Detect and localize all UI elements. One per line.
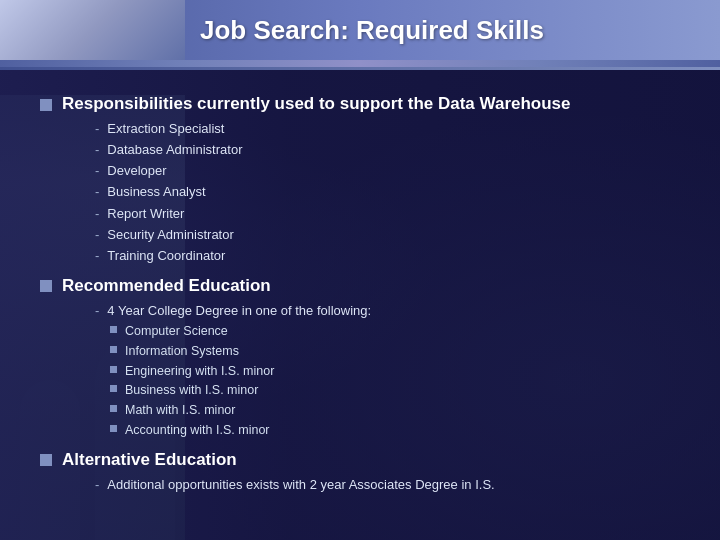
dash-icon: - [95,182,99,202]
alternative-heading: Alternative Education [62,450,237,470]
dash-icon: - [95,475,99,495]
resp-item-2: Database Administrator [107,140,242,160]
dash-icon: - [95,204,99,224]
slide: Job Search: Required Skills Responsibili… [0,0,720,540]
sub-item: Accounting with I.S. minor [110,421,690,440]
recommended-intro-container: - 4 Year College Degree in one of the fo… [40,301,690,321]
resp-item-1: Extraction Specialist [107,119,224,139]
recommended-heading: Recommended Education [62,276,271,296]
resp-item-5: Report Writer [107,204,184,224]
separator-line-1 [0,60,720,67]
list-item: - Developer [95,161,690,181]
resp-item-7: Training Coordinator [107,246,225,266]
edu-item-4: Business with I.S. minor [125,381,258,400]
dash-icon: - [95,119,99,139]
bullet-square-1 [40,99,52,111]
bullet-square-2 [40,280,52,292]
responsibilities-section-header: Responsibilities currently used to suppo… [40,94,690,114]
list-item: - Database Administrator [95,140,690,160]
alternative-list: - Additional opportunities exists with 2… [40,475,690,495]
recommended-intro: 4 Year College Degree in one of the foll… [107,301,371,321]
list-item: - Business Analyst [95,182,690,202]
edu-item-5: Math with I.S. minor [125,401,235,420]
sub-item: Engineering with I.S. minor [110,362,690,381]
edu-item-6: Accounting with I.S. minor [125,421,270,440]
resp-item-3: Developer [107,161,166,181]
dash-icon: - [95,301,99,321]
alt-item-1: Additional opportunities exists with 2 y… [107,475,494,495]
alternative-section-header: Alternative Education [40,450,690,470]
dash-icon: - [95,246,99,266]
sub-item: Math with I.S. minor [110,401,690,420]
dash-icon: - [95,140,99,160]
responsibilities-list: - Extraction Specialist - Database Admin… [40,119,690,266]
list-item: - Security Administrator [95,225,690,245]
sub-bullet-icon [110,425,117,432]
sub-item: Information Systems [110,342,690,361]
sub-item: Business with I.S. minor [110,381,690,400]
edu-item-3: Engineering with I.S. minor [125,362,274,381]
list-item: - Extraction Specialist [95,119,690,139]
sub-bullet-icon [110,385,117,392]
resp-item-4: Business Analyst [107,182,205,202]
dash-icon: - [95,225,99,245]
recommended-intro-item: - 4 Year College Degree in one of the fo… [95,301,690,321]
sub-bullet-icon [110,346,117,353]
recommended-section-header: Recommended Education [40,276,690,296]
list-item: - Report Writer [95,204,690,224]
sub-bullet-icon [110,405,117,412]
edu-item-2: Information Systems [125,342,239,361]
slide-title: Job Search: Required Skills [200,15,544,46]
list-item: - Training Coordinator [95,246,690,266]
sub-bullet-icon [110,326,117,333]
sub-item: Computer Science [110,322,690,341]
resp-item-6: Security Administrator [107,225,233,245]
bullet-square-3 [40,454,52,466]
title-bar: Job Search: Required Skills [0,0,720,60]
list-item: - Additional opportunities exists with 2… [95,475,690,495]
edu-item-1: Computer Science [125,322,228,341]
sub-bullet-icon [110,366,117,373]
content-area: Responsibilities currently used to suppo… [0,70,720,506]
responsibilities-heading: Responsibilities currently used to suppo… [62,94,571,114]
education-sub-list: Computer Science Information Systems Eng… [40,322,690,440]
dash-icon: - [95,161,99,181]
